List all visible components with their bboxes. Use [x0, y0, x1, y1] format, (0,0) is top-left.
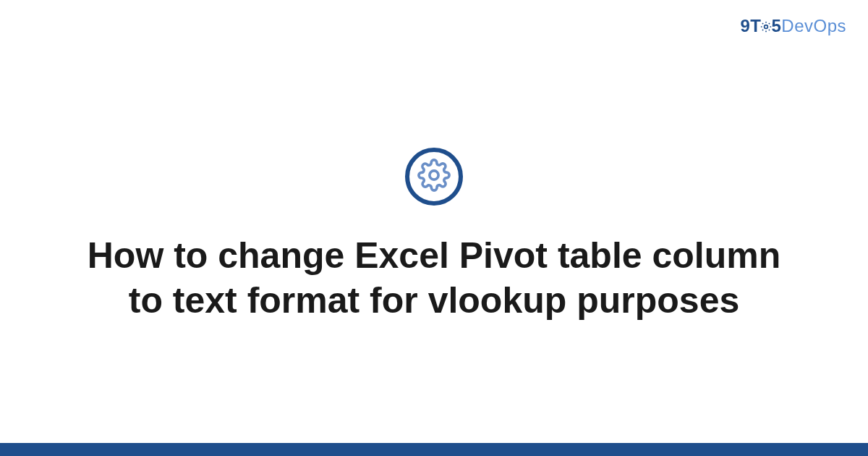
- svg-point-1: [430, 170, 438, 179]
- footer-bar: [0, 443, 868, 456]
- page-title: How to change Excel Pivot table column t…: [80, 233, 788, 324]
- gear-icon: [417, 159, 451, 195]
- main-content: How to change Excel Pivot table column t…: [0, 0, 868, 456]
- gear-badge: [405, 148, 463, 206]
